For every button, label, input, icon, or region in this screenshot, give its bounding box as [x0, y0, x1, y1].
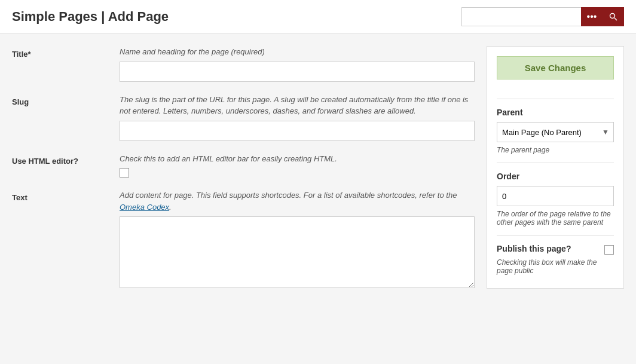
text-row: Text Add content for page. This field su…: [12, 189, 475, 290]
text-hint-prefix: Add content for page. This field support…: [120, 191, 457, 200]
slug-label: Slug: [12, 94, 120, 106]
omeka-codex-link[interactable]: Omeka Codex: [120, 203, 169, 212]
parent-label: Parent: [497, 108, 614, 117]
parent-select[interactable]: Main Page (No Parent): [497, 122, 614, 142]
order-input[interactable]: [497, 186, 614, 206]
html-editor-row: Use HTML editor? Check this to add an HT…: [12, 153, 475, 178]
divider-3: [497, 235, 614, 235]
publish-row: Publish this page?: [497, 244, 614, 255]
slug-field: The slug is the part of the URL for this…: [120, 94, 475, 141]
header: Simple Pages | Add Page •••: [0, 0, 636, 34]
slug-row: Slug The slug is the part of the URL for…: [12, 94, 475, 141]
text-textarea[interactable]: [120, 216, 475, 288]
title-hint: Name and heading for the page (required): [120, 46, 475, 58]
order-label: Order: [497, 172, 614, 181]
parent-hint: The parent page: [497, 146, 614, 154]
save-button[interactable]: Save Changes: [497, 56, 614, 79]
title-input[interactable]: [120, 62, 475, 82]
text-hint: Add content for page. This field support…: [120, 189, 475, 213]
divider-2: [497, 163, 614, 163]
sidebar-box: Save Changes Parent Main Page (No Parent…: [487, 46, 624, 289]
svg-line-1: [614, 18, 617, 20]
text-label: Text: [12, 189, 120, 202]
form-section: Title* Name and heading for the page (re…: [12, 46, 475, 302]
main-content: Title* Name and heading for the page (re…: [0, 34, 636, 314]
publish-label: Publish this page?: [497, 244, 571, 253]
html-editor-field: Check this to add an HTML editor bar for…: [120, 153, 475, 178]
sidebar: Save Changes Parent Main Page (No Parent…: [487, 46, 624, 302]
html-editor-hint: Check this to add an HTML editor bar for…: [120, 153, 475, 165]
divider-1: [497, 99, 614, 99]
slug-hint: The slug is the part of the URL for this…: [120, 94, 475, 117]
publish-hint: Checking this box will make the page pub…: [497, 258, 614, 275]
svg-point-0: [610, 14, 615, 19]
parent-select-wrapper: Main Page (No Parent) ▼: [497, 122, 614, 142]
order-hint: The order of the page relative to the ot…: [497, 210, 614, 227]
html-editor-checkbox[interactable]: [120, 168, 129, 178]
title-field: Name and heading for the page (required): [120, 46, 475, 82]
title-label: Title*: [12, 46, 120, 59]
search-dots-button[interactable]: •••: [581, 7, 603, 26]
title-row: Title* Name and heading for the page (re…: [12, 46, 475, 82]
text-field: Add content for page. This field support…: [120, 189, 475, 290]
publish-checkbox[interactable]: [604, 245, 614, 255]
search-bar: •••: [461, 7, 624, 26]
page-title: Simple Pages | Add Page: [12, 9, 169, 25]
text-hint-suffix: .: [169, 203, 172, 212]
html-editor-label: Use HTML editor?: [12, 153, 120, 166]
slug-input[interactable]: [120, 121, 475, 141]
search-icon: [609, 13, 617, 21]
search-button[interactable]: [603, 7, 624, 26]
html-editor-checkbox-row: [120, 168, 475, 178]
search-input[interactable]: [461, 7, 581, 26]
